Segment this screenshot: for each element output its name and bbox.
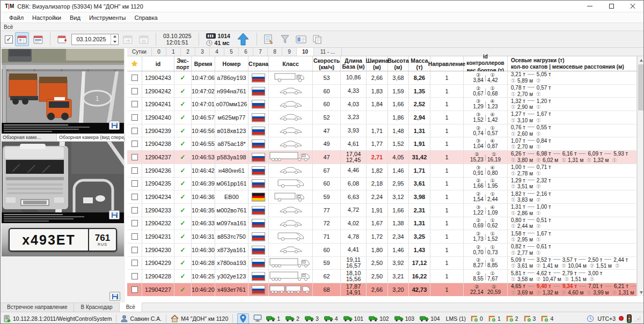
row-checkbox[interactable] — [131, 260, 138, 266]
table-row[interactable]: 12904237 ✓ 10:46:53 р583уа198 47 17,0412… — [127, 151, 637, 164]
hour-tab-2[interactable]: 2 — [181, 48, 195, 56]
row-checkbox[interactable] — [131, 114, 138, 121]
toolbar-checkbox[interactable]: ✓ — [5, 35, 13, 43]
table-row[interactable]: 12904229 ✓ 10:46:28 х780оа193 59 19,1116… — [127, 257, 637, 270]
camera-tab-0[interactable]: Обзорная каме... — [1, 134, 57, 141]
save-image-button[interactable] — [109, 210, 120, 219]
hour-tab-8[interactable]: 8 — [268, 48, 282, 56]
save-image-button[interactable] — [109, 121, 120, 130]
table-row[interactable]: 12904239 ✓ 10:46:56 в018хв123 47 3,93 1,… — [127, 124, 637, 138]
table-row[interactable]: 12904233 ✓ 10:46:35 м002во761 77 4,72 1,… — [127, 204, 637, 217]
copy-button[interactable] — [310, 32, 324, 46]
direction-tab-0[interactable]: Встречное направление — [1, 303, 74, 312]
report-button[interactable] — [262, 32, 276, 46]
hour-tab-4[interactable]: 4 — [210, 48, 224, 56]
calendar-month-button[interactable]: 31 — [137, 32, 151, 46]
direction-tab-2[interactable]: Всё — [120, 303, 142, 312]
hour-tab-Сутки[interactable]: Сутки — [127, 48, 152, 56]
table-row[interactable]: 12904238 ✓ 10:46:55 а875ас18* 49 4,61 1,… — [127, 137, 637, 151]
lane-status-3[interactable]: 3 — [305, 315, 319, 322]
lane-status-104[interactable]: 104 — [420, 315, 440, 322]
column-header-8[interactable]: Ширина(м) — [367, 56, 388, 71]
hour-tab-10[interactable]: 10 — [297, 48, 314, 56]
resize-grip[interactable] — [635, 316, 640, 321]
table-row[interactable]: 12904231 ✓ 10:46:31 в853тс750 71 4,78 1,… — [127, 230, 637, 244]
table-row[interactable]: 12904240 ✓ 10:46:57 м625мр77 52 3,23 1,8… — [127, 111, 637, 124]
row-checkbox[interactable] — [131, 273, 138, 279]
table-row[interactable]: 12904242 ✓ 10:47:02 н994на761 60 4,33 1,… — [127, 85, 637, 98]
calendar-range-button[interactable] — [31, 32, 45, 46]
vertical-scrollbar[interactable] — [637, 56, 644, 296]
lane-status-103[interactable]: 103 — [394, 315, 415, 322]
table-row[interactable]: 12904235 ✓ 10:46:39 м061рр161 60 6,08 2,… — [127, 178, 637, 191]
row-checkbox[interactable] — [131, 207, 138, 213]
column-header-0[interactable]: id — [142, 56, 174, 71]
column-header-4[interactable]: Страна — [248, 56, 269, 71]
controller-status-2[interactable]: 2 — [506, 315, 518, 322]
lane-status-4[interactable]: 4 — [324, 315, 338, 322]
row-checkbox[interactable] — [131, 247, 138, 253]
lane-status-102[interactable]: 102 — [369, 315, 389, 322]
lane-status-2[interactable]: 2 — [286, 315, 299, 322]
column-header-3[interactable]: Номер — [215, 56, 248, 71]
controller-status-1[interactable]: 1 — [488, 315, 501, 322]
table-row[interactable]: 12904243 ✓ 10:47:06 а786оу193 53 10,86 2… — [127, 71, 637, 85]
controller-status-3[interactable]: 3 — [524, 315, 536, 322]
row-checkbox[interactable] — [131, 154, 138, 160]
row-checkbox[interactable] — [131, 101, 138, 107]
row-checkbox[interactable] — [131, 88, 138, 94]
table-row[interactable]: 12904227 ✓ 10:46:20 х493ет761 68 17,8714… — [127, 283, 637, 296]
scroll-thumb[interactable] — [638, 64, 644, 111]
row-checkbox[interactable] — [131, 233, 138, 240]
menu-item-2[interactable]: Вид — [65, 13, 85, 22]
row-checkbox[interactable] — [131, 75, 138, 81]
camera-tab-1[interactable]: Обзорная камера (вид спереди; ... — [57, 134, 125, 141]
save-plate-button[interactable] — [109, 292, 120, 301]
maximize-button[interactable] — [601, 1, 622, 12]
column-header-11[interactable]: Направление — [430, 56, 464, 71]
table-row[interactable]: 12904230 ✓ 10:46:30 х873уа161 60 4,41 1,… — [127, 244, 637, 257]
calendar-next-button[interactable] — [121, 32, 135, 46]
table-row[interactable]: 12904228 ✓ 10:46:25 у302уе123 62 18,1015… — [127, 270, 637, 283]
column-header-13[interactable]: Осевые нагрузки (т)кол-во скатов | межос… — [508, 56, 637, 71]
close-button[interactable] — [622, 1, 643, 12]
hour-tab-11 - ...[interactable]: 11 - ... — [314, 48, 342, 56]
controller-status-4[interactable]: 4 — [541, 315, 553, 322]
table-row[interactable]: 12904232 ✓ 10:46:33 м097ха161 72 4,02 1,… — [127, 217, 637, 231]
menu-item-3[interactable]: Инструменты — [85, 13, 130, 22]
minimize-button[interactable] — [579, 1, 601, 12]
date-spinner[interactable] — [111, 34, 118, 45]
date-input[interactable]: 03.10.2025 — [71, 34, 119, 45]
column-header-7[interactable]: ДлинаБаза (м) — [341, 56, 367, 71]
column-header-5[interactable]: Класс — [269, 56, 313, 71]
calendar-add-button[interactable] — [55, 32, 69, 46]
monitor-button[interactable] — [252, 313, 264, 324]
row-checkbox[interactable] — [131, 180, 138, 187]
row-checkbox[interactable] — [131, 194, 138, 200]
row-checkbox[interactable] — [131, 220, 138, 226]
column-header-12[interactable]: id контроллероввес бортов (т) — [464, 56, 508, 71]
map-button[interactable] — [237, 313, 249, 324]
menu-item-4[interactable]: Справка — [130, 13, 162, 22]
scroll-down-button[interactable] — [638, 289, 644, 296]
hour-tab-0[interactable]: 0 — [152, 48, 166, 56]
column-header-6[interactable]: Скорость(км/ч) — [313, 56, 341, 71]
scroll-up-button[interactable] — [638, 56, 644, 64]
upload-button[interactable] — [235, 32, 252, 46]
row-checkbox[interactable] — [131, 141, 138, 147]
direction-tab-1[interactable]: В Краснодар — [74, 303, 119, 312]
table-row[interactable]: 12904234 ✓ 10:46:36 ЕВ00 59 6,63 2,24 3,… — [127, 190, 637, 204]
column-header-9[interactable]: Высота(м) — [388, 56, 409, 71]
row-checkbox[interactable] — [131, 128, 138, 134]
lane-status-101[interactable]: 101 — [343, 315, 364, 322]
column-header-10[interactable]: Масса(т) — [409, 56, 430, 71]
row-checkbox[interactable] — [131, 286, 138, 293]
hour-tab-3[interactable]: 3 — [195, 48, 210, 56]
calendar-day-button[interactable] — [15, 32, 29, 46]
table-row[interactable]: 12904236 ✓ 10:46:42 н480нн61 67 4,46 1,8… — [127, 164, 637, 178]
hour-tab-1[interactable]: 1 — [166, 48, 181, 56]
lane-status-1[interactable]: 1 — [266, 315, 280, 322]
filter-button[interactable] — [278, 32, 292, 46]
column-header-1[interactable]: Экс-порт — [174, 56, 192, 71]
row-checkbox[interactable] — [131, 167, 138, 174]
